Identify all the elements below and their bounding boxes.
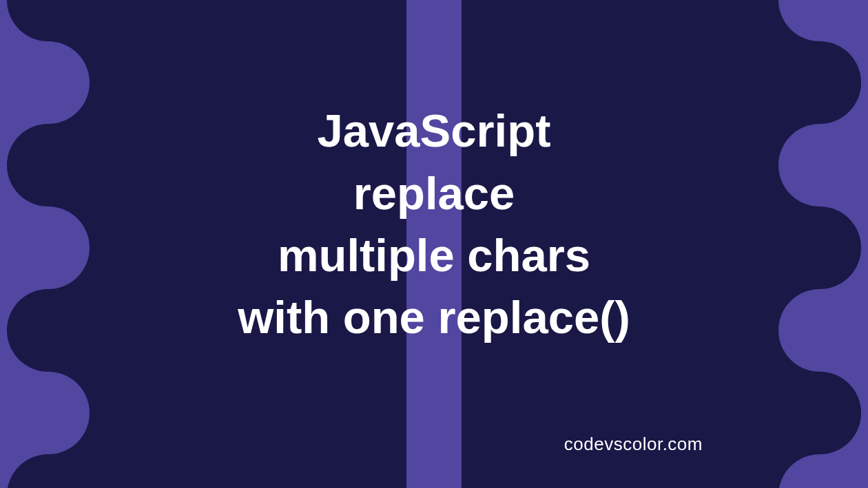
watermark-url: codevscolor.com [564,434,703,455]
title-line-3: multiple chars [138,224,730,286]
title-line-1: JavaScript [138,100,730,162]
title-line-4: with one replace() [138,287,730,349]
title-line-2: replace [138,162,730,224]
page-title: JavaScript replace multiple chars with o… [138,100,730,349]
